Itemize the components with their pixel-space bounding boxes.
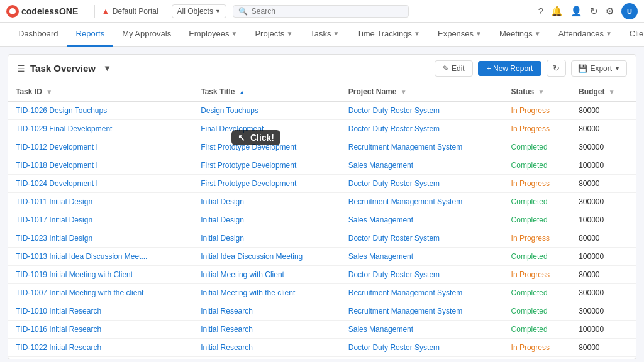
- nav-tasks[interactable]: Tasks ▼: [301, 23, 348, 47]
- task-title-link[interactable]: Initial Design: [201, 197, 244, 206]
- nav-time-trackings[interactable]: Time Trackings ▼: [348, 23, 429, 47]
- avatar[interactable]: U: [621, 3, 638, 19]
- project-name-link[interactable]: Doctor Duty Roster System: [348, 179, 440, 188]
- project-name-link[interactable]: Doctor Duty Roster System: [348, 343, 440, 352]
- task-title-link[interactable]: Design Touchups: [201, 106, 258, 115]
- task-id-link[interactable]: TID-1017 Initial Design: [16, 216, 92, 224]
- cell-budget: 100000: [571, 211, 636, 229]
- col-status[interactable]: Status ▼: [504, 82, 572, 102]
- task-title-link[interactable]: Initial Research: [201, 307, 253, 315]
- search-icon: 🔍: [238, 7, 248, 16]
- status-badge: In Progress: [511, 179, 550, 188]
- project-name-link[interactable]: Doctor Duty Roster System: [348, 106, 440, 115]
- task-title-link[interactable]: First Prototype Development: [201, 161, 296, 170]
- refresh-button[interactable]: ↻: [547, 60, 566, 77]
- bell-icon[interactable]: 🔔: [551, 6, 563, 17]
- edit-button[interactable]: ✎ Edit: [435, 60, 473, 77]
- task-title-link[interactable]: Initial Meeting with the client: [201, 288, 295, 297]
- project-name-link[interactable]: Sales Management: [348, 161, 413, 170]
- task-id-link[interactable]: TID-1007 Initial Meeting with the client: [16, 288, 143, 297]
- task-title-link[interactable]: Final Development: [201, 124, 264, 133]
- cell-status: Completed: [504, 248, 572, 266]
- task-id-link[interactable]: TID-1026 Design Touchups: [16, 106, 107, 115]
- project-name-link[interactable]: Sales Management: [348, 252, 413, 261]
- status-badge: In Progress: [511, 234, 550, 243]
- project-name-link[interactable]: Recruitment Management System: [348, 288, 462, 297]
- task-id-link[interactable]: TID-1019 Initial Meeting with Client: [16, 270, 133, 279]
- task-id-link[interactable]: TID-1016 Initial Research: [16, 325, 101, 334]
- project-name-link[interactable]: Sales Management: [348, 325, 413, 334]
- cell-task-title: Initial Meeting with Client: [193, 266, 341, 284]
- history-icon[interactable]: ↻: [590, 6, 598, 17]
- cell-budget: 300000: [571, 302, 636, 321]
- cell-project-name: Doctor Duty Roster System: [341, 357, 504, 359]
- settings-icon[interactable]: ⚙: [606, 6, 614, 17]
- task-title-link[interactable]: First Prototype Development: [201, 179, 296, 188]
- task-table: Task ID ▼ Task Title ▲ Project Name ▼ St…: [8, 82, 636, 359]
- task-id-link[interactable]: TID-1011 Initial Design: [16, 197, 92, 206]
- cell-project-name: Recruitment Management System: [341, 302, 504, 321]
- task-title-link[interactable]: Initial Design: [201, 234, 244, 243]
- cell-budget: 300000: [571, 138, 636, 156]
- col-project-name[interactable]: Project Name ▼: [341, 82, 504, 102]
- cell-task-id: TID-1016 Initial Research: [8, 321, 193, 339]
- cell-status: Completed: [504, 302, 572, 321]
- project-name-link[interactable]: Recruitment Management System: [348, 307, 462, 315]
- task-id-link[interactable]: TID-1022 Initial Research: [16, 343, 101, 352]
- cell-task-id: TID-1026 Design Touchups: [8, 102, 193, 120]
- nav-dashboard[interactable]: Dashboard: [9, 23, 67, 47]
- nav-projects[interactable]: Projects ▼: [246, 23, 301, 47]
- project-name-link[interactable]: Recruitment Management System: [348, 143, 462, 151]
- help-icon[interactable]: ?: [538, 6, 543, 16]
- nav-attendances[interactable]: Attendances ▼: [550, 23, 621, 47]
- nav-reports[interactable]: Reports: [67, 23, 114, 47]
- col-task-title[interactable]: Task Title ▲: [193, 82, 341, 102]
- nav-clients[interactable]: Clients ▼: [621, 23, 644, 47]
- export-button[interactable]: 💾 Export ▼: [571, 60, 627, 77]
- nav-my-approvals[interactable]: My Approvals: [113, 23, 180, 47]
- project-name-link[interactable]: Doctor Duty Roster System: [348, 234, 440, 243]
- task-title-link[interactable]: Initial Meeting with Client: [201, 270, 284, 279]
- nav-meetings[interactable]: Meetings ▼: [491, 23, 550, 47]
- project-name-link[interactable]: Doctor Duty Roster System: [348, 270, 440, 279]
- status-badge: Completed: [511, 288, 548, 297]
- task-id-link[interactable]: TID-1024 Development I: [16, 179, 98, 188]
- all-objects-button[interactable]: All Objects ▼: [172, 4, 226, 18]
- new-report-button[interactable]: + New Report: [478, 61, 542, 76]
- task-id-link[interactable]: TID-1018 Development I: [16, 161, 98, 170]
- task-id-link[interactable]: TID-1023 Initial Design: [16, 234, 92, 243]
- task-title-link[interactable]: Initial Research: [201, 343, 253, 352]
- cell-task-id: TID-1013 Initial Idea Discussion Meet...: [8, 248, 193, 266]
- nav-expenses[interactable]: Expenses ▼: [429, 23, 491, 47]
- nav-attendances-label: Attendances: [558, 29, 604, 38]
- search-bar[interactable]: 🔍: [233, 5, 409, 18]
- task-id-link[interactable]: TID-1029 Final Development: [16, 124, 112, 133]
- col-task-id[interactable]: Task ID ▼: [8, 82, 193, 102]
- task-title-link[interactable]: Initial Design: [201, 216, 244, 224]
- nav-employees[interactable]: Employees ▼: [180, 23, 246, 47]
- task-id-link[interactable]: TID-1012 Development I: [16, 143, 98, 151]
- status-badge: Completed: [511, 197, 548, 206]
- project-name-link[interactable]: Doctor Duty Roster System: [348, 124, 440, 133]
- project-name-link[interactable]: Recruitment Management System: [348, 197, 462, 206]
- project-name-link[interactable]: Sales Management: [348, 216, 413, 224]
- users-icon[interactable]: 👤: [570, 6, 582, 17]
- cell-status: Completed: [504, 138, 572, 156]
- cell-status: In Progress: [504, 175, 572, 193]
- task-title-link[interactable]: Initial Idea Discussion Meeting: [201, 252, 303, 261]
- col-budget[interactable]: Budget ▼: [571, 82, 636, 102]
- task-title-link[interactable]: Initial Research: [201, 325, 253, 334]
- title-dropdown-icon[interactable]: ▼: [103, 63, 111, 73]
- search-input[interactable]: [252, 7, 403, 16]
- task-title-link[interactable]: First Prototype Development: [201, 143, 296, 151]
- cell-project-name: Doctor Duty Roster System: [341, 266, 504, 284]
- chevron-down-icon: ▼: [475, 30, 482, 37]
- toolbar-actions: ✎ Edit + New Report ↻ 💾 Export ▼: [435, 60, 627, 77]
- task-id-link[interactable]: TID-1010 Initial Research: [16, 307, 101, 315]
- task-id-link[interactable]: TID-1013 Initial Idea Discussion Meet...: [16, 252, 147, 261]
- cell-task-title: Initial Design: [193, 229, 341, 248]
- portal-selector[interactable]: ▲ Default Portal: [101, 6, 158, 16]
- status-badge: Completed: [511, 161, 548, 170]
- cell-task-id: TID-1010 Initial Research: [8, 302, 193, 321]
- table-row: TID-1017 Initial Design Initial Design S…: [8, 211, 636, 229]
